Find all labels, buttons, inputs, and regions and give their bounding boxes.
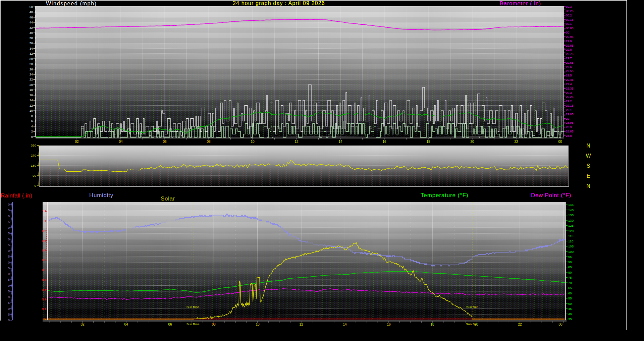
svg-text:00: 00 — [558, 323, 562, 326]
svg-text:Sun Set: Sun Set — [466, 305, 478, 309]
svg-text:80: 80 — [568, 271, 572, 274]
svg-text:46: 46 — [30, 16, 33, 19]
svg-text:30.05: 30.05 — [566, 26, 574, 30]
svg-text:5: 5 — [8, 231, 10, 235]
svg-text:0: 0 — [35, 184, 37, 187]
svg-text:5: 5 — [8, 220, 10, 224]
svg-text:W: W — [586, 153, 591, 159]
svg-text:5: 5 — [8, 278, 10, 281]
svg-text:12: 12 — [30, 104, 33, 107]
svg-text:22: 22 — [514, 140, 518, 144]
svg-text:00: 00 — [558, 140, 562, 144]
svg-text:18: 18 — [426, 140, 430, 144]
svg-text:04: 04 — [124, 323, 128, 326]
svg-text:26: 26 — [30, 68, 33, 71]
svg-text:24 hour graph day : April 09 2: 24 hour graph day : April 09 2026 — [233, 0, 325, 6]
svg-text:Windspeed (mph): Windspeed (mph) — [46, 1, 97, 6]
svg-text:50: 50 — [30, 5, 33, 9]
svg-text:Sun Rise: Sun Rise — [186, 322, 200, 326]
svg-text:40: 40 — [30, 31, 33, 35]
svg-text:36: 36 — [30, 42, 33, 45]
svg-text:29.3: 29.3 — [566, 91, 572, 95]
svg-text:2: 2 — [31, 130, 33, 133]
svg-text:10: 10 — [256, 323, 260, 326]
svg-text:135: 135 — [568, 213, 574, 217]
svg-text:Solar: Solar — [161, 195, 175, 202]
svg-text:38: 38 — [30, 37, 33, 40]
svg-text:29.4: 29.4 — [566, 82, 572, 86]
svg-text:30.3: 30.3 — [566, 5, 572, 8]
svg-text:29.95: 29.95 — [566, 35, 574, 39]
svg-text:70: 70 — [568, 281, 572, 285]
svg-text:110: 110 — [568, 239, 573, 243]
svg-text:0: 0 — [8, 284, 10, 287]
svg-text:29.75: 29.75 — [566, 52, 574, 56]
svg-text:20: 20 — [470, 140, 474, 144]
svg-text:29.65: 29.65 — [566, 61, 574, 64]
svg-text:29.55: 29.55 — [566, 69, 574, 73]
svg-text:90: 90 — [33, 174, 36, 177]
svg-text:50: 50 — [568, 302, 572, 305]
svg-text:105: 105 — [568, 244, 574, 248]
svg-text:0.7: 0.7 — [42, 248, 46, 252]
svg-text:5: 5 — [8, 312, 10, 316]
svg-text:4: 4 — [31, 125, 33, 128]
svg-text:16: 16 — [30, 94, 33, 97]
svg-text:0.6: 0.6 — [42, 258, 46, 262]
svg-text:29.15: 29.15 — [566, 104, 574, 107]
svg-text:0.4: 0.4 — [42, 278, 47, 282]
svg-text:125: 125 — [568, 224, 574, 227]
svg-text:45: 45 — [568, 307, 572, 310]
svg-text:130: 130 — [568, 219, 574, 222]
svg-text:0.5: 0.5 — [42, 268, 46, 272]
svg-text:360: 360 — [31, 144, 37, 147]
svg-text:22: 22 — [30, 78, 33, 81]
svg-text:95: 95 — [568, 255, 572, 259]
svg-text:Barometer (.in): Barometer (.in) — [500, 1, 541, 6]
svg-text:14: 14 — [343, 323, 347, 326]
svg-text:30.2: 30.2 — [566, 14, 572, 17]
svg-text:08: 08 — [212, 323, 216, 326]
svg-text:29.1: 29.1 — [566, 108, 572, 112]
svg-text:0: 0 — [8, 295, 10, 299]
svg-text:29.25: 29.25 — [566, 95, 574, 99]
svg-text:16: 16 — [387, 323, 391, 326]
svg-text:55: 55 — [568, 296, 572, 300]
svg-text:Sun Set: Sun Set — [466, 322, 477, 326]
svg-text:1: 1 — [45, 219, 46, 223]
svg-text:42: 42 — [30, 26, 33, 30]
svg-text:Dew Point (°F): Dew Point (°F) — [531, 192, 571, 198]
svg-text:115: 115 — [568, 234, 573, 238]
svg-text:0: 0 — [8, 214, 10, 218]
svg-text:18: 18 — [430, 323, 434, 326]
svg-text:5: 5 — [8, 266, 10, 270]
svg-text:N: N — [586, 183, 590, 189]
svg-text:30: 30 — [566, 31, 569, 34]
svg-text:145: 145 — [568, 203, 574, 207]
svg-text:28.8: 28.8 — [566, 134, 572, 137]
svg-text:120: 120 — [568, 229, 574, 233]
svg-text:0: 0 — [45, 317, 46, 321]
svg-text:29.6: 29.6 — [566, 65, 572, 69]
svg-text:06: 06 — [163, 140, 167, 144]
svg-text:14: 14 — [30, 99, 33, 102]
svg-text:48: 48 — [30, 10, 33, 14]
svg-text:29.35: 29.35 — [566, 87, 574, 90]
svg-text:30.15: 30.15 — [566, 18, 574, 21]
svg-text:02: 02 — [75, 140, 79, 144]
svg-text:5: 5 — [8, 208, 10, 212]
svg-text:0.3: 0.3 — [42, 288, 46, 291]
svg-text:100: 100 — [568, 250, 574, 253]
svg-text:35: 35 — [568, 317, 572, 321]
svg-text:28.95: 28.95 — [566, 121, 574, 124]
svg-text:60: 60 — [568, 291, 572, 295]
svg-text:24: 24 — [30, 73, 33, 76]
svg-text:0: 0 — [8, 272, 10, 276]
svg-text:29.7: 29.7 — [566, 57, 572, 60]
svg-text:0: 0 — [8, 249, 10, 252]
svg-text:0: 0 — [8, 237, 10, 241]
svg-text:29: 29 — [566, 117, 569, 120]
svg-text:Temperature (°F): Temperature (°F) — [421, 192, 468, 198]
svg-text:18: 18 — [30, 88, 33, 92]
svg-text:10: 10 — [251, 140, 255, 144]
